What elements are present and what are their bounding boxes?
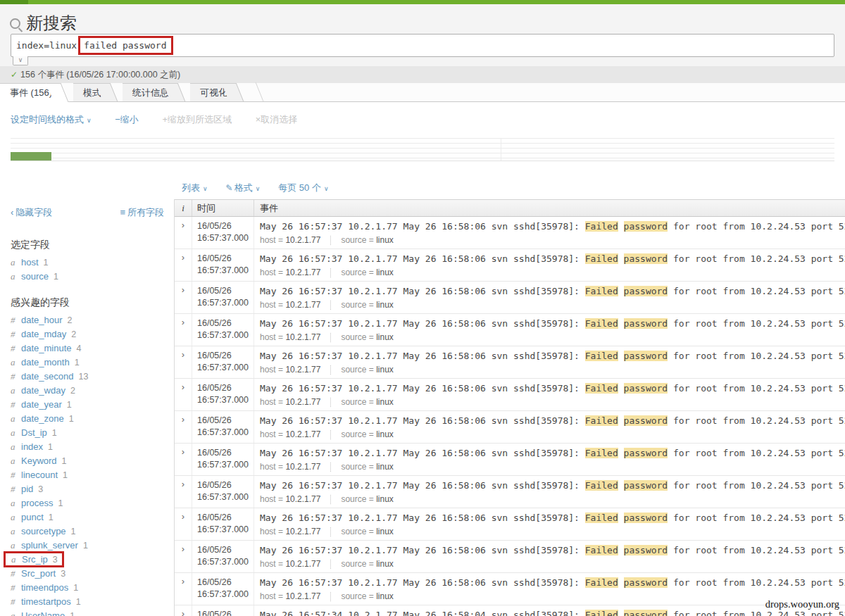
field-name[interactable]: Src_ip	[22, 554, 48, 565]
sidebar-field-item[interactable]: asource1	[11, 270, 164, 284]
expand-row-button[interactable]: ›	[175, 282, 192, 313]
field-name[interactable]: index	[21, 441, 43, 452]
field-name[interactable]: Keyword	[21, 455, 57, 466]
sidebar-field-item[interactable]: #date_mday2	[11, 327, 164, 341]
host-value[interactable]: 10.2.1.77	[285, 234, 320, 246]
sidebar-field-item[interactable]: #date_year1	[11, 398, 164, 412]
host-value[interactable]: 10.2.1.77	[285, 526, 320, 537]
timeline-format-menu[interactable]: 设定时间线的格式∨	[11, 114, 92, 125]
field-name[interactable]: host	[21, 257, 39, 268]
source-value[interactable]: linux	[376, 429, 394, 440]
sidebar-field-item[interactable]: aDst_ip1	[11, 426, 164, 440]
sidebar-field-item[interactable]: #pid3	[11, 482, 164, 496]
expand-row-button[interactable]: ›	[175, 346, 192, 378]
sidebar-field-item[interactable]: adate_zone1	[11, 412, 164, 426]
sidebar-field-item[interactable]: aUserName1	[11, 609, 164, 616]
field-name[interactable]: date_second	[21, 371, 73, 382]
host-value[interactable]: 10.2.1.77	[285, 332, 320, 343]
source-value[interactable]: linux	[376, 267, 394, 278]
result-tab[interactable]: 统计信息	[123, 83, 175, 101]
source-value[interactable]: linux	[376, 494, 394, 505]
sidebar-field-item[interactable]: #timeendpos1	[11, 581, 164, 595]
host-value[interactable]: 10.2.1.77	[285, 364, 320, 375]
result-tab[interactable]: 事件 (156)	[0, 83, 58, 102]
field-name[interactable]: Src_port	[21, 568, 56, 579]
sidebar-field-item[interactable]: aindex1	[11, 440, 164, 454]
expand-row-button[interactable]: ›	[175, 314, 192, 346]
source-value[interactable]: linux	[376, 364, 394, 375]
timeline-deselect-button[interactable]: ×取消选择	[256, 114, 298, 125]
field-name[interactable]: date_hour	[21, 315, 63, 325]
timeline-chart[interactable]	[11, 138, 834, 161]
result-tab[interactable]: 模式	[73, 83, 107, 101]
field-name[interactable]: process	[21, 498, 54, 508]
field-name[interactable]: source	[21, 271, 49, 282]
sidebar-field-item[interactable]: #linecount1	[11, 468, 164, 482]
sidebar-field-item[interactable]: #date_hour2	[11, 313, 164, 327]
sidebar-field-item[interactable]: aprocess1	[11, 496, 164, 510]
hide-fields-link[interactable]: ‹隐藏字段	[11, 206, 52, 219]
field-name[interactable]: Dst_ip	[21, 427, 47, 438]
field-name[interactable]: timestartpos	[21, 596, 71, 607]
expand-row-button[interactable]: ›	[175, 379, 192, 410]
sidebar-field-item[interactable]: #Src_port3	[11, 567, 164, 581]
source-value[interactable]: linux	[376, 526, 394, 537]
field-name[interactable]: date_month	[21, 357, 70, 367]
field-name[interactable]: date_mday	[21, 329, 66, 339]
expand-row-button[interactable]: ›	[175, 541, 192, 572]
format-menu[interactable]: ✎格式∨	[226, 182, 261, 194]
host-value[interactable]: 10.2.1.77	[285, 396, 320, 408]
source-value[interactable]: linux	[376, 234, 394, 246]
sidebar-field-item[interactable]: #date_minute4	[11, 341, 164, 356]
sidebar-field-item[interactable]: #date_second13	[11, 370, 164, 384]
sidebar-field-item[interactable]: apunct1	[11, 510, 164, 524]
expand-row-button[interactable]: ›	[175, 573, 192, 605]
field-name[interactable]: UserName	[21, 610, 65, 616]
field-name[interactable]: date_year	[21, 399, 62, 410]
field-name[interactable]: splunk_server	[21, 540, 78, 551]
timeline-event-bar[interactable]	[11, 152, 51, 161]
expand-row-button[interactable]: ›	[175, 444, 192, 475]
list-view-menu[interactable]: 列表∨	[182, 182, 208, 194]
field-name[interactable]: punct	[21, 512, 44, 522]
source-value[interactable]: linux	[376, 558, 394, 570]
sidebar-field-item[interactable]: adate_month1	[11, 356, 164, 370]
expand-row-button[interactable]: ›	[175, 605, 192, 616]
sidebar-field-item[interactable]: adate_wday2	[11, 384, 164, 398]
host-value[interactable]: 10.2.1.77	[285, 429, 320, 440]
host-value[interactable]: 10.2.1.77	[285, 494, 320, 505]
timeline-zoom-out-button[interactable]: −缩小	[115, 114, 139, 125]
field-name[interactable]: sourcetype	[21, 526, 66, 536]
source-value[interactable]: linux	[376, 299, 394, 310]
host-value[interactable]: 10.2.1.77	[285, 267, 320, 278]
expand-row-button[interactable]: ›	[175, 411, 192, 443]
expand-row-button[interactable]: ›	[175, 508, 192, 540]
expand-row-button[interactable]: ›	[175, 249, 192, 281]
host-value[interactable]: 10.2.1.77	[285, 591, 320, 602]
per-page-menu[interactable]: 每页 50 个∨	[278, 182, 328, 194]
host-value[interactable]: 10.2.1.77	[285, 461, 320, 472]
field-name[interactable]: date_zone	[21, 413, 64, 424]
search-input[interactable]: index=linuxfailed password	[11, 34, 834, 57]
field-name[interactable]: date_wday	[21, 385, 65, 396]
search-expand-toggle[interactable]: ∨	[13, 56, 28, 65]
source-value[interactable]: linux	[376, 332, 394, 343]
expand-row-button[interactable]: ›	[175, 476, 192, 508]
all-fields-link[interactable]: ≡所有字段	[120, 206, 164, 219]
result-tab[interactable]: 可视化	[190, 83, 233, 101]
source-value[interactable]: linux	[376, 461, 394, 472]
field-name[interactable]: date_minute	[21, 343, 72, 353]
sidebar-field-item[interactable]: #timestartpos1	[11, 595, 164, 609]
expand-row-button[interactable]: ›	[175, 217, 192, 249]
host-value[interactable]: 10.2.1.77	[285, 299, 320, 310]
host-value[interactable]: 10.2.1.77	[285, 558, 320, 570]
sidebar-field-item[interactable]: aKeyword1	[11, 454, 164, 468]
timeline-zoom-selection-button[interactable]: +缩放到所选区域	[162, 114, 232, 125]
sidebar-field-item[interactable]: aSrc_ip3	[4, 551, 64, 567]
source-value[interactable]: linux	[376, 396, 394, 408]
field-name[interactable]: timeendpos	[21, 582, 68, 593]
sidebar-field-item[interactable]: asplunk_server1	[11, 539, 164, 553]
sidebar-field-item[interactable]: asourcetype1	[11, 524, 164, 539]
sidebar-field-item[interactable]: ahost1	[11, 256, 164, 270]
source-value[interactable]: linux	[376, 591, 394, 602]
